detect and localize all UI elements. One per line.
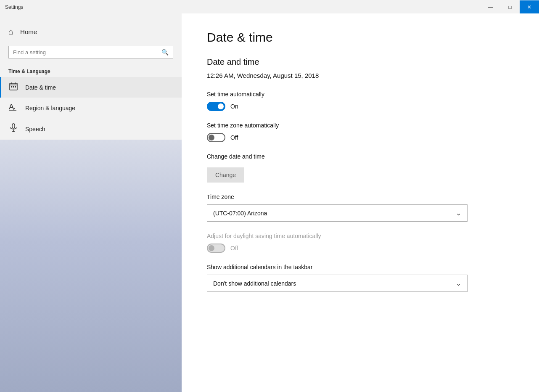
set-time-auto-status: On bbox=[230, 103, 238, 110]
content-area: Date & time Date and time 12:26 AM, Wedn… bbox=[182, 13, 539, 392]
set-timezone-auto-status: Off bbox=[230, 134, 238, 141]
svg-text:₂: ₂ bbox=[13, 105, 15, 111]
sidebar-item-speech-label: Speech bbox=[25, 126, 45, 132]
sidebar-fade bbox=[0, 140, 182, 392]
set-time-automatically-group: Set time automatically On bbox=[207, 91, 514, 111]
search-container: 🔍 bbox=[0, 42, 182, 65]
additional-calendars-chevron-down-icon: ⌄ bbox=[456, 279, 461, 287]
speech-icon bbox=[8, 123, 18, 135]
sidebar-item-region-language[interactable]: A ₂ Region & language bbox=[0, 98, 182, 118]
svg-rect-5 bbox=[13, 86, 14, 87]
change-date-time-group: Change date and time Change bbox=[207, 153, 514, 183]
timezone-group: Time zone (UTC-07:00) Arizona ⌄ bbox=[207, 193, 514, 222]
sidebar: ⌂ Home 🔍 Time & Language bbox=[0, 13, 182, 392]
daylight-saving-row: Off bbox=[207, 244, 514, 253]
additional-calendars-label: Show additional calendars in the taskbar bbox=[207, 264, 514, 270]
app-title: Settings bbox=[5, 4, 23, 10]
toggle-track-tz-auto[interactable] bbox=[207, 133, 225, 142]
daylight-saving-group: Adjust for daylight saving time automati… bbox=[207, 233, 514, 253]
home-icon: ⌂ bbox=[8, 27, 13, 37]
toggle-track-time-auto[interactable] bbox=[207, 102, 225, 111]
set-timezone-automatically-row: Off bbox=[207, 133, 514, 142]
section-title: Date and time bbox=[207, 57, 514, 67]
additional-calendars-group: Show additional calendars in the taskbar… bbox=[207, 264, 514, 292]
sidebar-section-label: Time & Language bbox=[0, 65, 182, 77]
set-time-automatically-row: On bbox=[207, 102, 514, 111]
svg-rect-2 bbox=[11, 82, 12, 84]
additional-calendars-dropdown[interactable]: Don't show additional calendars ⌄ bbox=[207, 275, 468, 292]
toggle-thumb-dst bbox=[209, 245, 214, 251]
timezone-label: Time zone bbox=[207, 193, 514, 200]
sidebar-home[interactable]: ⌂ Home bbox=[0, 22, 182, 42]
svg-rect-6 bbox=[15, 86, 16, 87]
daylight-saving-status: Off bbox=[230, 245, 238, 252]
change-button[interactable]: Change bbox=[207, 167, 244, 183]
svg-rect-3 bbox=[15, 82, 16, 84]
sidebar-item-region-label: Region & language bbox=[25, 105, 75, 111]
window-controls: — □ ✕ bbox=[481, 0, 539, 14]
sidebar-item-speech[interactable]: Speech bbox=[0, 118, 182, 140]
daylight-saving-toggle[interactable] bbox=[207, 244, 225, 253]
set-timezone-automatically-toggle[interactable] bbox=[207, 133, 225, 142]
title-bar: Settings — □ ✕ bbox=[0, 0, 539, 13]
sidebar-item-date-time-label: Date & time bbox=[25, 84, 56, 91]
current-time-display: 12:26 AM, Wednesday, August 15, 2018 bbox=[207, 72, 514, 79]
set-timezone-automatically-group: Set time zone automatically Off bbox=[207, 122, 514, 142]
svg-rect-4 bbox=[11, 86, 12, 87]
toggle-thumb-tz-auto bbox=[209, 135, 214, 140]
page-title: Date & time bbox=[207, 30, 514, 45]
svg-rect-10 bbox=[12, 124, 15, 128]
timezone-chevron-down-icon: ⌄ bbox=[456, 209, 461, 217]
toggle-track-dst[interactable] bbox=[207, 244, 225, 253]
change-date-time-label: Change date and time bbox=[207, 153, 514, 160]
close-button[interactable]: ✕ bbox=[520, 0, 539, 14]
app-body: ⌂ Home 🔍 Time & Language bbox=[0, 13, 539, 392]
set-timezone-automatically-label: Set time zone automatically bbox=[207, 122, 514, 129]
daylight-saving-label: Adjust for daylight saving time automati… bbox=[207, 233, 514, 239]
sidebar-item-date-time[interactable]: Date & time bbox=[0, 77, 182, 98]
additional-calendars-value: Don't show additional calendars bbox=[213, 280, 296, 287]
timezone-value: (UTC-07:00) Arizona bbox=[213, 210, 267, 217]
timezone-dropdown[interactable]: (UTC-07:00) Arizona ⌄ bbox=[207, 204, 468, 222]
region-language-icon: A ₂ bbox=[8, 103, 18, 113]
minimize-button[interactable]: — bbox=[481, 0, 500, 14]
search-input[interactable] bbox=[13, 49, 161, 56]
toggle-thumb-time-auto bbox=[218, 103, 224, 109]
set-time-automatically-toggle[interactable] bbox=[207, 102, 225, 111]
maximize-button[interactable]: □ bbox=[500, 0, 520, 14]
set-time-automatically-label: Set time automatically bbox=[207, 91, 514, 98]
sidebar-home-label: Home bbox=[20, 28, 37, 35]
date-time-icon bbox=[8, 82, 18, 93]
search-icon[interactable]: 🔍 bbox=[161, 49, 169, 56]
search-box[interactable]: 🔍 bbox=[8, 46, 173, 58]
